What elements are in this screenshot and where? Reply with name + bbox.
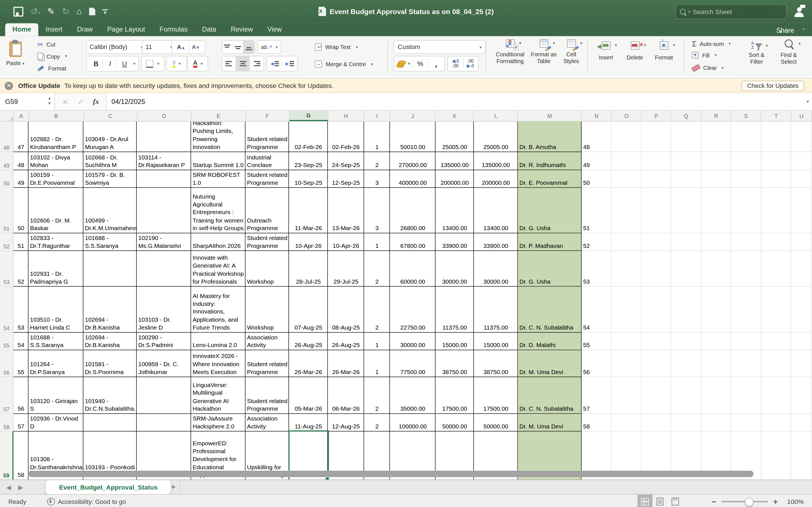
cell-R53[interactable] [701,251,731,287]
cell-I52[interactable]: 1 [364,233,390,251]
row-header-58[interactable]: 58 [0,414,13,431]
zoom-in-icon[interactable]: + [773,497,778,506]
edit-document-icon[interactable]: ✎ [47,7,55,16]
cell-P56[interactable] [642,350,671,377]
cell-Q48[interactable] [671,122,701,152]
borders-button[interactable]: ▾ [141,56,165,71]
cell-Q51[interactable] [671,188,701,233]
cell-O50[interactable] [612,170,642,187]
cell-K48[interactable]: 25005.00 [436,122,474,152]
row-header-53[interactable]: 53 [0,251,13,287]
cell-P50[interactable] [642,170,671,187]
new-document-icon[interactable] [89,8,95,15]
home-icon[interactable]: ⌂ [77,7,82,16]
column-header-U[interactable]: U [792,111,812,121]
cell-S50[interactable] [731,170,761,187]
redo-icon[interactable]: ↻ [62,7,69,16]
italic-button[interactable]: I [103,59,117,68]
cell-M52[interactable]: Dr. P. Madhavan [518,233,581,251]
cell-K52[interactable]: 33900.00 [436,233,474,251]
cell-E52[interactable]: SharpAIthon 2026 [191,233,246,251]
cell-A53[interactable]: 52 [13,251,29,287]
cell-A57[interactable]: 56 [13,377,29,414]
column-header-J[interactable]: J [390,111,436,121]
cell-B48[interactable]: 102882 - Dr. Kirubanantham P [29,122,84,152]
cell-I48[interactable]: 1 [364,122,390,152]
column-header-T[interactable]: T [761,111,791,121]
cell-H51[interactable]: 13-Mar-26 [328,188,364,233]
cell-T53[interactable] [761,251,792,287]
cell-L48[interactable]: 25005.00 [474,122,518,152]
cell-T54[interactable] [761,287,792,333]
cell-L49[interactable]: 135000.00 [474,152,518,170]
cell-C49[interactable]: 102668 - Dr. Suchithra M [84,152,137,170]
cell-F55[interactable]: Association Activity [246,333,289,350]
cell-F51[interactable]: Outreach Programme [246,188,289,233]
cell-B57[interactable]: 103120 - Girirajan S [29,377,84,414]
cell-N51[interactable]: 51 [581,188,612,233]
cell-S51[interactable] [731,188,761,233]
cell-H56[interactable]: 26-Mar-26 [328,350,364,377]
align-center-icon[interactable] [236,56,250,71]
cell-D56[interactable]: 100959 - Dr. C. Jothikumar [137,350,191,377]
cell-E51[interactable]: Nuturing Agricultural Entrepreneurs : Tr… [191,188,246,233]
cell-B55[interactable]: 101688 - S.S.Saranya [29,333,84,350]
cell-B52[interactable]: 102833 - Dr.T.Ragunthar [29,233,84,251]
cell-D49[interactable]: 103114 - Dr.Rajasekaran P [137,152,191,170]
cell-A58[interactable]: 57 [13,414,29,431]
delete-cells-button[interactable]: ✕ ▾ Delete [622,41,647,61]
cell-U50[interactable] [792,170,812,187]
cell-A54[interactable]: 53 [13,287,29,333]
cell-O48[interactable] [612,122,642,152]
fill-color-button[interactable]: ◊▾ [166,56,187,71]
cut-button[interactable]: ✂Cut [37,40,55,48]
cell-C58[interactable] [84,414,137,431]
cell-M54[interactable]: Dr. C. N. Subalalitha [518,287,581,333]
column-header-S[interactable]: S [731,111,761,121]
normal-view-button[interactable] [638,495,652,507]
cell-J56[interactable]: 77500.00 [390,350,436,377]
cell-S52[interactable] [731,233,761,251]
cell-S56[interactable] [731,350,761,377]
align-left-icon[interactable] [222,61,236,66]
cell-M56[interactable]: Dr. M. Uma Devi [518,350,581,377]
cell-Q49[interactable] [671,152,701,170]
format-cells-button[interactable]: ↔ ▾ Format [652,41,676,61]
cell-N49[interactable]: 49 [581,152,612,170]
find-select-button[interactable]: ▾ Find & Select [775,40,803,65]
cell-K55[interactable]: 15000.00 [436,333,474,350]
cell-E53[interactable]: Innovate with Generative AI: A Practical… [191,251,246,287]
row-header-51[interactable]: 51 [0,188,13,233]
cell-G55[interactable]: 26-Aug-25 [289,333,328,350]
cell-D55[interactable]: 100290 - Dr.S.Padmini [137,333,191,350]
clear-button[interactable]: Clear▾ [692,65,724,71]
cell-R56[interactable] [701,350,731,377]
cell-B50[interactable]: 100159 - Dr.E.Poovammal [29,170,84,187]
tab-page-layout[interactable]: Page Layout [100,23,152,36]
increase-indent-icon[interactable]: ▶ [282,61,297,66]
cell-H58[interactable]: 12-Aug-25 [328,414,364,431]
cell-G48[interactable]: 02-Feb-26 [289,122,328,152]
cell-O54[interactable] [612,287,642,333]
decimal-buttons[interactable]: ◀.0.00 .00▶.0 [448,56,478,71]
cell-F56[interactable]: Student related Programme [246,350,289,377]
font-color-button[interactable]: A▾ [188,56,208,71]
format-painter-button[interactable]: Format [37,65,66,71]
cell-P53[interactable] [642,251,671,287]
cell-E56[interactable]: InnovateX 2026 - Where Innovation Meets … [191,350,246,377]
cell-R50[interactable] [701,170,731,187]
cell-Q57[interactable] [671,377,701,414]
column-header-A[interactable]: A [14,111,29,121]
save-icon[interactable] [13,6,23,16]
cell-H48[interactable]: 02-Feb-26 [328,122,364,152]
cell-J57[interactable]: 35000.00 [390,377,436,414]
column-header-P[interactable]: P [642,111,671,121]
cell-R51[interactable] [701,188,731,233]
underline-button[interactable]: U [117,60,132,68]
decrease-decimal-icon[interactable]: ◀.0.00 [448,59,463,68]
cell-A59[interactable]: 58 [13,432,29,480]
cell-F48[interactable]: Student related Programme [246,122,289,152]
accessibility-status[interactable]: Accessibility: Good to go [58,498,126,505]
align-top-icon[interactable] [222,45,232,50]
cell-K56[interactable]: 38750.00 [436,350,474,377]
